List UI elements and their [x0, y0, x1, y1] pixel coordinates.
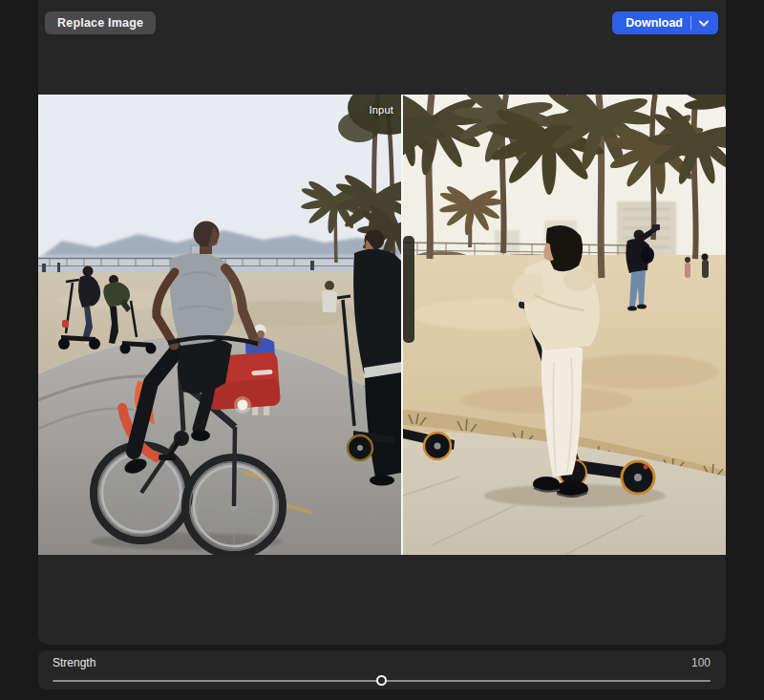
download-button-label: Download [626, 16, 683, 30]
chevron-down-icon[interactable] [699, 20, 709, 27]
input-image: Input [38, 95, 401, 555]
app-window: { "toolbar": { "replace_image": "Replace… [0, 0, 764, 700]
strength-panel: Strength 100 [38, 650, 726, 689]
main-panel: Replace Image Download [38, 0, 726, 645]
strength-slider-thumb[interactable] [376, 675, 387, 686]
output-photo-illustration [403, 95, 726, 555]
input-label: Input [38, 104, 393, 116]
comparison-divider-handle[interactable] [401, 95, 403, 555]
strength-label: Strength [53, 656, 96, 669]
image-comparison-viewer: Input [38, 95, 726, 555]
download-button[interactable]: Download [612, 11, 718, 34]
download-split-divider [690, 16, 691, 30]
input-photo-illustration [38, 95, 401, 555]
strength-value: 100 [691, 656, 711, 669]
strength-slider[interactable] [53, 675, 711, 687]
replace-image-button[interactable]: Replace Image [45, 11, 156, 34]
output-image [403, 95, 726, 555]
